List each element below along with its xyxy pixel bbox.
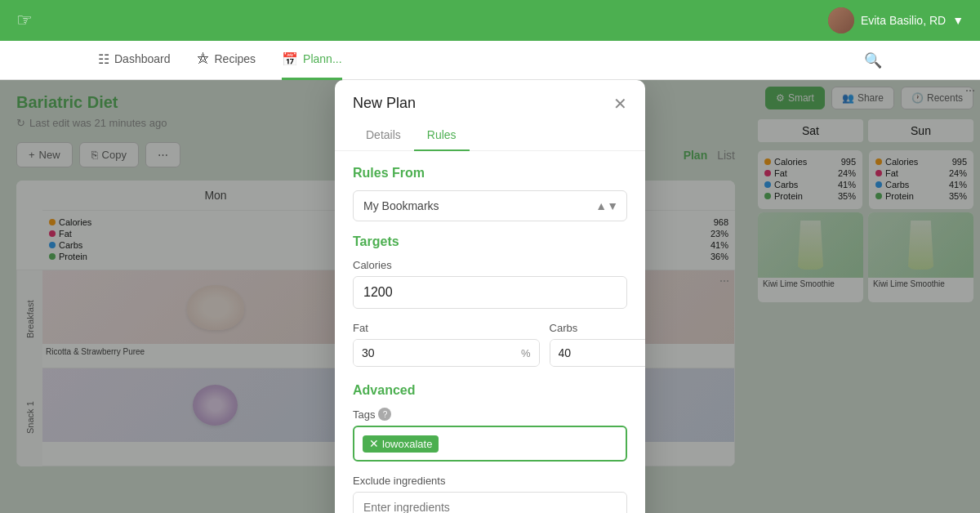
top-nav: ☞ Evita Basilio, RD ▼ <box>0 0 980 41</box>
targets-section: Targets Calories Fat % <box>353 234 627 367</box>
calories-input-wrapper <box>353 276 627 309</box>
dashboard-icon: ☷ <box>98 51 109 67</box>
modal-close-button[interactable]: ✕ <box>613 96 627 112</box>
tags-label-wrapper: Tags ? <box>353 408 627 421</box>
help-icon[interactable]: ? <box>378 408 391 421</box>
tags-group: Tags ? ✕ lowoxalate <box>353 408 627 462</box>
modal-tabs: Details Rules <box>335 120 645 151</box>
user-menu[interactable]: Evita Basilio, RD ▼ <box>828 7 964 33</box>
sidebar-item-planner[interactable]: 📅 Plann... <box>282 41 341 80</box>
tag-chip-lowoxalate: ✕ lowoxalate <box>363 435 439 453</box>
rules-from-section: Rules From My Bookmarks All Recipes Favo… <box>353 166 627 221</box>
calories-group: Calories <box>353 259 627 309</box>
search-icon: 🔍 <box>864 52 882 69</box>
calories-input[interactable] <box>354 277 626 308</box>
carbs-input-wrapper: % <box>550 339 645 367</box>
search-button[interactable]: 🔍 <box>864 51 882 69</box>
modal-title: New Plan <box>353 95 416 112</box>
remove-icon[interactable]: ✕ <box>369 438 379 449</box>
fat-unit: % <box>513 341 539 366</box>
fat-label: Fat <box>353 322 540 334</box>
close-icon: ✕ <box>613 95 627 113</box>
carbs-label: Carbs <box>550 322 645 334</box>
sidebar-item-recipes[interactable]: ⛤ Recipes <box>197 41 256 80</box>
rules-from-select-wrapper: My Bookmarks All Recipes Favorites ▲▼ <box>353 190 627 221</box>
fat-group: Fat % <box>353 322 540 367</box>
advanced-label: Advanced <box>353 383 627 398</box>
tags-input-box[interactable]: ✕ lowoxalate <box>353 426 627 462</box>
calories-label: Calories <box>353 259 627 271</box>
modal-body: Rules From My Bookmarks All Recipes Favo… <box>335 151 645 513</box>
exclude-label: Exclude ingredients <box>353 475 627 487</box>
carbs-group: Carbs % <box>550 322 645 367</box>
tab-details[interactable]: Details <box>353 120 414 151</box>
rules-from-label: Rules From <box>353 166 627 181</box>
chevron-down-icon: ▼ <box>952 14 964 27</box>
sidebar-item-dashboard[interactable]: ☷ Dashboard <box>98 41 171 80</box>
modal-header: New Plan ✕ <box>335 80 645 112</box>
recipes-icon: ⛤ <box>197 51 210 66</box>
exclude-input-wrapper <box>353 492 627 513</box>
fat-input-wrapper: % <box>353 339 540 367</box>
avatar <box>828 7 854 33</box>
advanced-section: Advanced Tags ? ✕ lowoxalate Exclude in <box>353 383 627 513</box>
new-plan-modal: New Plan ✕ Details Rules Rules From My B… <box>335 80 645 513</box>
tab-rules[interactable]: Rules <box>414 120 470 151</box>
carbs-input[interactable] <box>550 340 645 366</box>
exclude-group: Exclude ingredients <box>353 475 627 513</box>
sub-nav: ☷ Dashboard ⛤ Recipes 📅 Plann... 🔍 <box>0 41 980 80</box>
exclude-input[interactable] <box>354 493 626 513</box>
fat-input[interactable] <box>354 340 513 366</box>
macros-row: Fat % Carbs % Protein <box>353 322 627 367</box>
planner-icon: 📅 <box>282 51 298 67</box>
logo: ☞ <box>16 10 33 31</box>
user-name: Evita Basilio, RD <box>861 14 946 27</box>
targets-label: Targets <box>353 234 627 249</box>
main-content: Bariatric Diet ↻ Last edit was 21 minute… <box>0 80 980 513</box>
rules-from-select[interactable]: My Bookmarks All Recipes Favorites <box>354 191 626 221</box>
tag-label: lowoxalate <box>382 438 432 450</box>
